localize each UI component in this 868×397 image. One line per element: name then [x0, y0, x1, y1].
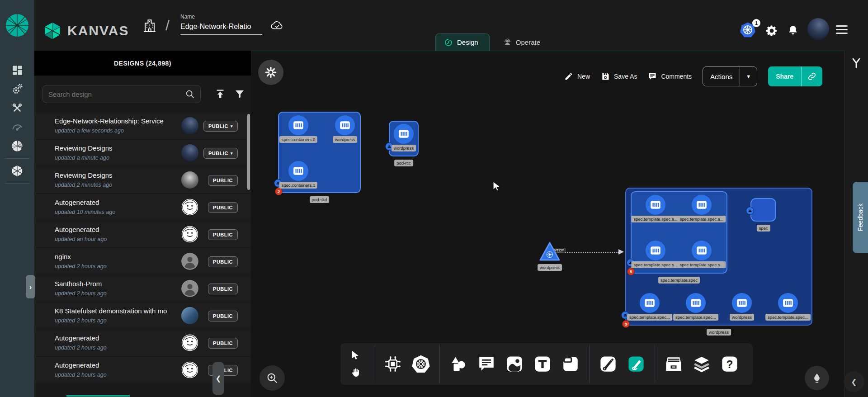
container-node[interactable] — [394, 124, 414, 144]
feedback-label: Feedback — [857, 203, 864, 231]
comment-tool[interactable] — [475, 353, 498, 375]
design-title: Autogenerated — [55, 198, 170, 206]
sidebar-item-performance[interactable] — [0, 118, 34, 137]
pen-tool[interactable] — [597, 353, 619, 375]
sidebar-item-dashboard[interactable] — [0, 61, 34, 80]
save-as-button[interactable]: Save As — [601, 72, 637, 81]
actions-button[interactable]: Actions ▼ — [703, 66, 757, 86]
sidebar-item-kanvas[interactable] — [0, 161, 34, 180]
kubernetes-tool[interactable] — [410, 353, 432, 375]
tab-design[interactable]: Design — [435, 33, 490, 51]
header: KANVAS / Name Edge-Network-Relatio — [0, 0, 868, 51]
visibility-badge[interactable]: PUBLIC ▾ — [208, 311, 238, 321]
svg-text:?: ? — [726, 358, 733, 370]
freehand-tool[interactable] — [625, 353, 647, 375]
container-node[interactable] — [646, 195, 665, 215]
container-node[interactable] — [686, 293, 706, 313]
layout-snowflake-button[interactable] — [258, 60, 283, 85]
container-node[interactable] — [692, 241, 712, 260]
image-tool[interactable] — [503, 353, 526, 375]
container-node[interactable] — [732, 293, 752, 313]
design-list-item[interactable]: Autogenerated updated 10 minutes ago PUB… — [34, 194, 251, 220]
search-icon[interactable] — [185, 89, 195, 99]
new-button[interactable]: New — [564, 72, 590, 81]
container-node[interactable] — [646, 241, 665, 260]
tab-operate[interactable]: Operate — [495, 33, 548, 51]
design-list-item[interactable]: Autogenerated updated 2 hours ago PUBLIC… — [34, 330, 251, 356]
relationship-y-icon[interactable] — [850, 57, 863, 71]
sidebar-item-mesh[interactable] — [0, 137, 34, 156]
service-triangle-node[interactable]: wordpress — [539, 241, 561, 263]
actions-caret-icon[interactable]: ▼ — [740, 67, 757, 86]
design-title: Autogenerated — [55, 361, 170, 369]
name-field-label: Name — [180, 14, 262, 20]
comments-icon — [648, 72, 657, 81]
container-node[interactable] — [335, 115, 355, 135]
droplet-icon — [811, 372, 823, 384]
container-node[interactable] — [778, 293, 798, 313]
upload-design-icon[interactable] — [214, 88, 226, 102]
design-list-item[interactable]: Santhosh-Prom updated 2 hours ago PUBLIC… — [34, 275, 251, 302]
organization-icon[interactable] — [142, 18, 157, 35]
design-list-scrollbar[interactable] — [247, 114, 250, 190]
visibility-badge[interactable]: PUBLIC ▾ — [208, 284, 238, 294]
hand-tool[interactable] — [348, 366, 363, 379]
design-list-item[interactable]: Reviewing Designs updated a minute ago P… — [34, 140, 251, 166]
design-spiral-icon — [444, 38, 453, 47]
settings-gear-icon[interactable] — [765, 24, 778, 39]
visibility-badge[interactable]: PUBLIC ▾ — [203, 148, 238, 159]
design-list-item[interactable]: Autogenerated updated an hour ago PUBLIC… — [34, 221, 251, 247]
group-node-spec[interactable] — [750, 198, 776, 222]
shapes-tool[interactable] — [447, 353, 470, 375]
sticky-note-tool[interactable] — [559, 353, 582, 375]
feedback-tab[interactable]: Feedback — [853, 182, 868, 253]
design-search-box[interactable] — [42, 85, 201, 103]
designs-panel-collapse-button[interactable]: ❮ — [212, 362, 224, 395]
notifications-bell-icon[interactable] — [788, 24, 798, 38]
design-list-item[interactable]: K8 Statefulset demonstration with mo upd… — [34, 302, 251, 329]
visibility-badge[interactable]: PUBLIC ▾ — [208, 338, 238, 349]
comments-button[interactable]: Comments — [648, 72, 692, 81]
design-title: Autogenerated — [55, 334, 170, 342]
container-node[interactable] — [288, 115, 308, 135]
hamburger-menu-icon[interactable] — [836, 25, 848, 36]
design-search-input[interactable] — [48, 90, 185, 98]
copy-link-icon[interactable] — [801, 66, 822, 86]
brand[interactable]: KANVAS — [43, 20, 129, 41]
node-label: spec.template.spec.s... — [677, 216, 726, 222]
user-avatar[interactable] — [807, 18, 829, 40]
drop-tool-button[interactable] — [805, 366, 829, 390]
meshery-logo[interactable] — [0, 0, 34, 51]
filter-icon[interactable] — [234, 89, 245, 101]
visibility-badge[interactable]: PUBLIC ▾ — [208, 175, 238, 186]
share-button[interactable]: Share — [768, 66, 822, 86]
sidebar-item-lifecycle[interactable] — [0, 80, 34, 99]
kubernetes-context-button[interactable]: 1 — [740, 22, 758, 40]
container-node[interactable] — [692, 195, 712, 215]
visibility-caret-icon: ▾ — [231, 151, 233, 156]
design-list-item[interactable]: Edge-Network-Relationship: Service updat… — [34, 113, 251, 139]
container-node[interactable] — [288, 161, 308, 181]
zoom-in-button[interactable] — [259, 365, 285, 391]
container-node[interactable] — [640, 293, 660, 313]
cursor-tool[interactable] — [348, 349, 363, 362]
sidebar-divider — [5, 183, 30, 184]
layers-tool[interactable] — [690, 353, 713, 375]
toolbar-divider — [374, 345, 374, 383]
text-tool[interactable] — [531, 353, 554, 375]
sidebar-item-configuration[interactable] — [0, 99, 34, 118]
sidebar-expand-button[interactable]: › — [26, 275, 35, 298]
circuit-tool[interactable] — [382, 353, 404, 375]
visibility-badge[interactable]: PUBLIC ▾ — [203, 121, 238, 132]
design-list-item[interactable]: Reviewing Designs updated 2 minutes ago … — [34, 167, 251, 193]
design-name-field[interactable]: Name Edge-Network-Relatio — [180, 14, 262, 35]
visibility-badge[interactable]: PUBLIC ▾ — [208, 202, 238, 213]
design-list-item[interactable]: nginx updated 2 hours ago PUBLIC ▾ — [34, 248, 251, 274]
design-name-input[interactable]: Edge-Network-Relatio — [180, 23, 262, 35]
right-dock-collapse-button[interactable]: ❮ — [844, 371, 864, 392]
help-tool[interactable]: ? — [718, 353, 741, 375]
design-title: nginx — [55, 253, 170, 260]
visibility-badge[interactable]: PUBLIC ▾ — [208, 256, 238, 267]
visibility-badge[interactable]: PUBLIC ▾ — [208, 229, 238, 240]
drawer-tool[interactable] — [662, 353, 685, 375]
